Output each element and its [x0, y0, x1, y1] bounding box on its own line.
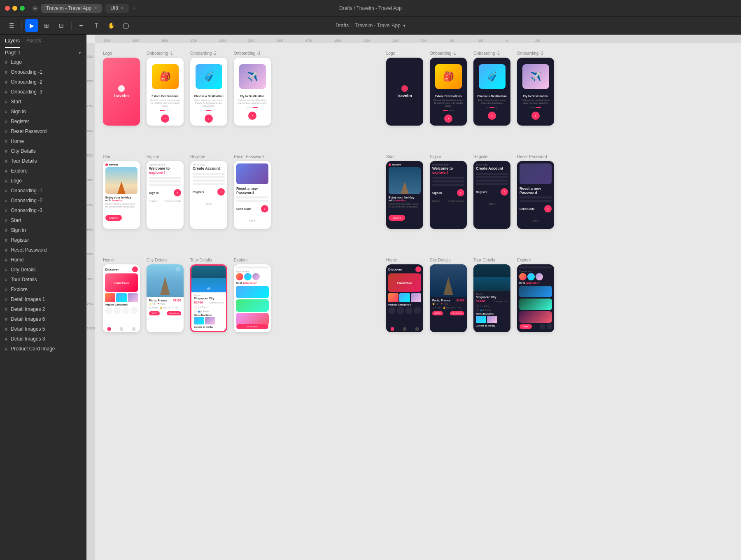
layer-name: Sign in [11, 227, 26, 233]
ruler-mark-v: 9500 [87, 278, 93, 280]
start-card-dark[interactable]: travelm Enjoy your holidaywith travelm. … [386, 161, 423, 229]
onb1-card-light[interactable]: 🎒 Exlore Destinations Discover the best … [147, 58, 184, 126]
layer-item-register-6[interactable]: #Register [0, 117, 86, 126]
tab-travelm[interactable]: Travelm - Travel App ✕ [41, 4, 102, 13]
tour-card-dark[interactable]: Trip to Singapore City $2430 *Estimated … [473, 264, 510, 332]
page-dropdown-icon[interactable]: ▾ [79, 50, 81, 56]
layer-item-tour-details-10[interactable]: #Tour Details [0, 156, 86, 166]
layer-item-home-8[interactable]: #Home [0, 136, 86, 146]
reset-card-dark[interactable]: Reset a new Password Send Code › Sign in [517, 161, 554, 229]
frame-onb1-light: Onboarding -1 🎒 Exlore Destinations Disc… [147, 51, 184, 126]
frame-reset-dark: Reset Password Reset a new Password Send… [517, 154, 554, 229]
start-card-light[interactable]: travelm Enjoy your holidaywith travelm. … [103, 161, 140, 229]
layer-item-explore-23[interactable]: #Explore [0, 285, 86, 294]
pen-tool[interactable]: ✒ [75, 19, 88, 32]
layer-item-onboarding--1-13[interactable]: #Onboarding -1 [0, 186, 86, 196]
layer-item-onboarding--2-14[interactable]: #Onboarding -2 [0, 196, 86, 205]
signin-label: Sign in [147, 154, 159, 159]
ruler-mark-v: 8250 [87, 154, 93, 157]
frame-onb3-dark: Onboarding -3 ✈️ Fly to Desitination Fin… [517, 51, 554, 126]
move-tool[interactable]: ▶ [25, 19, 38, 32]
layer-item-detail-images-2-25[interactable]: #Detail Images 2 [0, 304, 86, 314]
layer-name: Sign in [11, 109, 26, 114]
layer-item-reset-password-19[interactable]: #Reset Password [0, 245, 86, 255]
page-selector[interactable]: Page 1 [5, 50, 21, 56]
explore-card-light[interactable]: Type of tour Best Adventure [234, 264, 271, 332]
text-tool[interactable]: T [90, 19, 103, 32]
home-card-light[interactable]: Discover Popular Places [103, 264, 140, 332]
hand-tool[interactable]: ✋ [105, 19, 118, 32]
layer-item-onboarding--1-1[interactable]: #Onboarding -1 [0, 67, 86, 77]
layer-item-onboarding--3-15[interactable]: #Onboarding -3 [0, 205, 86, 215]
row-main: Home Discover Popular Places [103, 258, 733, 332]
close-button[interactable] [5, 6, 10, 11]
layer-item-logo-12[interactable]: #Logo [0, 176, 86, 186]
layer-item-explore-11[interactable]: #Explore [0, 166, 86, 176]
frame-logo-dark: Logo travelm [386, 51, 423, 126]
minimize-button[interactable] [12, 6, 17, 11]
layer-name: Logo [11, 178, 22, 184]
layer-item-city-details-9[interactable]: #City Details [0, 146, 86, 156]
tab-assets[interactable]: Assets [26, 35, 41, 48]
layer-item-reset-password-7[interactable]: #Reset Password [0, 126, 86, 136]
frame-home-dark: Home Discover Popular Places [386, 258, 423, 332]
layer-item-logo-0[interactable]: #Logo [0, 57, 86, 67]
layer-item-tour-details-22[interactable]: #Tour Details [0, 275, 86, 285]
signin-card-light[interactable]: Welcome to world Welcome to explorer! Si… [147, 161, 184, 229]
layer-item-onboarding--3-3[interactable]: #Onboarding -3 [0, 87, 86, 97]
city-card-light[interactable]: Paris, France $1200 ⭐ 4.8 📍 Paris [147, 264, 184, 332]
maximize-button[interactable] [20, 6, 25, 11]
register-card-dark[interactable]: Join us today Create Account Register › [473, 161, 510, 229]
onb1-card-dark[interactable]: 🎒 Exlore Destinations Discover the best … [430, 58, 467, 126]
canvas[interactable]: -3500 -3250 -3000 -2750 -2500 -2250 -200… [86, 35, 741, 560]
home-label: Home [103, 258, 114, 262]
tab-close-icon[interactable]: ✕ [94, 6, 97, 10]
layer-item-detail-images-5-27[interactable]: #Detail Images 5 [0, 324, 86, 334]
layer-hash-icon: # [5, 188, 7, 193]
city-card-dark[interactable]: Paris, France $1300 ⭐ 4.8 📍 Paris [430, 264, 467, 332]
tab-ui8[interactable]: UI8 ✕ [105, 4, 129, 13]
tab-layers[interactable]: Layers [5, 35, 20, 48]
layer-item-sign-in-5[interactable]: #Sign in [0, 107, 86, 117]
explore-card-dark[interactable]: Type of tour Best Adventure [517, 264, 554, 332]
dropdown-icon[interactable]: ▾ [403, 23, 405, 28]
reset-card-light[interactable]: Reset a new Password Send Code › Sign in [234, 161, 271, 229]
menu-button[interactable]: ☰ [5, 19, 18, 32]
layer-item-detail-images-3-28[interactable]: #Detail Images 3 [0, 334, 86, 344]
layer-name: Tour Details [11, 277, 37, 282]
ruler-mark: -250 [478, 39, 483, 42]
home-card-dark[interactable]: Discover Popular Places [386, 264, 423, 332]
drafts-label[interactable]: Drafts [336, 23, 349, 28]
scale-tool[interactable]: ⊡ [55, 19, 68, 32]
layer-item-home-20[interactable]: #Home [0, 255, 86, 265]
logo-card-light[interactable]: travelm [103, 58, 140, 126]
add-tab-button[interactable]: + [132, 5, 136, 12]
ruler-mark-v: 7500 [87, 80, 93, 83]
layer-item-onboarding--2-2[interactable]: #Onboarding -2 [0, 77, 86, 87]
layer-name: City Details [11, 148, 36, 154]
explore-dark-label: Explore [517, 258, 531, 262]
layer-item-city-details-21[interactable]: #City Details [0, 265, 86, 275]
onb3-card-light[interactable]: ✈️ Fly to Destination Find your get, you… [234, 58, 271, 126]
canvas-scroll[interactable]: Logo travelm Onboarding -1 [95, 43, 741, 560]
layer-item-start-4[interactable]: #Start [0, 97, 86, 107]
layer-item-sign-in-17[interactable]: #Sign in [0, 225, 86, 235]
onb2-card-dark[interactable]: 🧳 Choose a Destination Select a place yo… [473, 58, 510, 126]
onb3-card-dark[interactable]: ✈️ Fly to Desitination Find your get, tr… [517, 58, 554, 126]
logo-card-dark[interactable]: travelm [386, 58, 423, 126]
tab-close-ui8-icon[interactable]: ✕ [121, 6, 124, 10]
layer-item-product-card-image-29[interactable]: #Product Card Image [0, 344, 86, 354]
signin-card-dark[interactable]: Welcome to world Welcome to explorer! Si… [430, 161, 467, 229]
tour-card-light[interactable]: 🏙 Trip to Singapore City $2400 *Estimate… [190, 264, 227, 332]
register-card-light[interactable]: Join us today Create Account Register › [190, 161, 227, 229]
layer-item-register-18[interactable]: #Register [0, 235, 86, 245]
layer-hash-icon: # [5, 247, 7, 252]
layer-item-detail-images-1-24[interactable]: #Detail Images 1 [0, 294, 86, 304]
layer-item-start-16[interactable]: #Start [0, 215, 86, 225]
comment-tool[interactable]: ◯ [119, 19, 133, 32]
layer-item-detail-images-6-26[interactable]: #Detail Images 6 [0, 314, 86, 324]
layer-hash-icon: # [5, 129, 7, 134]
onb2-card-light[interactable]: 🧳 Choose a Destination Select a place yo… [190, 58, 227, 126]
layer-name: Onboarding -1 [11, 188, 42, 194]
frame-tool[interactable]: ⊞ [40, 19, 53, 32]
